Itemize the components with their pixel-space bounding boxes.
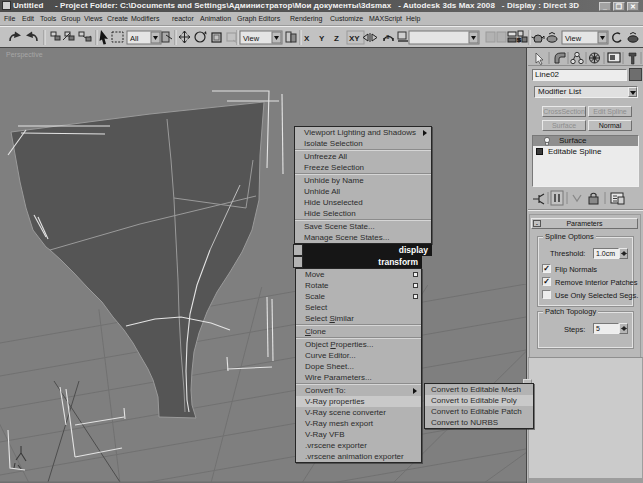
svg-text:All: All bbox=[130, 34, 139, 43]
svg-text:X: X bbox=[304, 34, 310, 43]
svg-text:XY: XY bbox=[349, 34, 360, 43]
svg-text:View: View bbox=[565, 34, 582, 43]
svg-text:View: View bbox=[243, 34, 260, 43]
svg-text:S: S bbox=[517, 37, 521, 43]
svg-text:Y: Y bbox=[319, 34, 325, 43]
svg-text:Z: Z bbox=[334, 34, 339, 43]
